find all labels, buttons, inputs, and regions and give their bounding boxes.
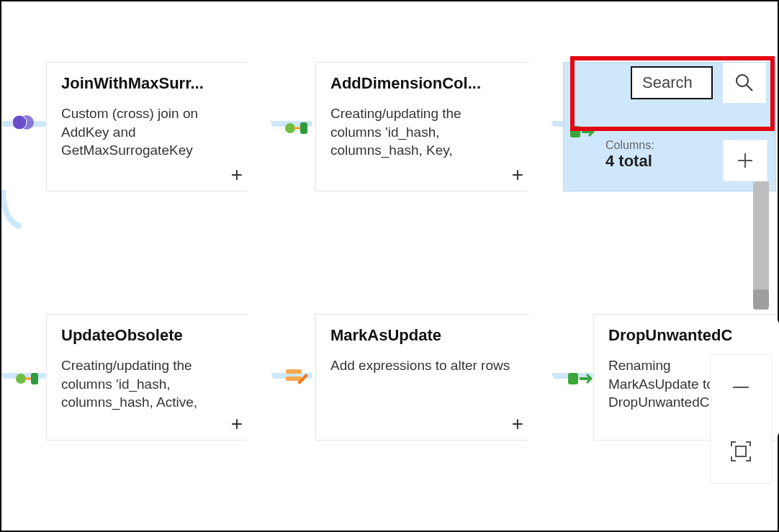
search-icon: [734, 72, 755, 94]
add-transformation-button[interactable]: +: [512, 412, 523, 436]
zoom-out-button[interactable]: [711, 355, 771, 419]
flow-node-update-obsolete[interactable]: UpdateObsolete Creating/updating the col…: [46, 314, 248, 441]
alter-row-icon: [279, 360, 314, 395]
dataflow-canvas[interactable]: JoinWithMaxSurr... Custom (cross) join o…: [0, 0, 779, 532]
add-transformation-button[interactable]: +: [512, 163, 523, 186]
search-placeholder: Search: [642, 73, 693, 91]
search-input[interactable]: Search: [631, 66, 713, 99]
join-icon: [6, 105, 40, 140]
svg-rect-13: [286, 377, 302, 381]
scroll-thumb-knob[interactable]: [753, 289, 769, 310]
flow-node-join[interactable]: JoinWithMaxSurr... Custom (cross) join o…: [46, 62, 248, 191]
derive-column-icon: [10, 361, 45, 396]
node-desc: Creating/updating the columns 'id_hash, …: [330, 104, 513, 160]
minus-icon: [729, 375, 753, 400]
node-title: DropUnwantedC: [608, 326, 761, 345]
columns-label: Columns:: [605, 139, 654, 152]
svg-rect-12: [286, 369, 302, 374]
columns-count: 4 total: [605, 152, 654, 171]
select-icon: [563, 361, 598, 396]
flow-node-mark-as-update[interactable]: MarkAsUpdate Add expressions to alter ro…: [315, 314, 528, 441]
svg-point-3: [285, 123, 295, 133]
scroll-thumb[interactable]: [753, 181, 769, 297]
derive-column-icon: [279, 111, 314, 145]
node-desc: Custom (cross) join on AddKey and GetMax…: [61, 104, 233, 160]
svg-point-10: [16, 374, 26, 384]
connector-curve: [1, 190, 30, 236]
svg-rect-16: [736, 446, 746, 456]
svg-rect-11: [31, 373, 38, 384]
node-title: JoinWithMaxSurr...: [61, 74, 233, 93]
add-transformation-button[interactable]: +: [231, 412, 243, 436]
node-title: AddDimensionCol...: [330, 74, 513, 93]
plus-icon: [735, 150, 755, 171]
node-title: MarkAsUpdate: [330, 326, 513, 345]
fit-screen-icon: [729, 439, 753, 464]
node-title: UpdateObsolete: [61, 326, 233, 345]
search-button[interactable]: [723, 63, 766, 103]
node-desc: Add expressions to alter rows: [330, 356, 513, 375]
svg-point-6: [737, 75, 748, 86]
svg-rect-4: [300, 122, 307, 134]
node-desc: Creating/updating the columns 'id_hash, …: [61, 356, 233, 412]
svg-rect-14: [568, 373, 578, 384]
zoom-controls: [710, 354, 772, 484]
svg-line-7: [747, 85, 752, 91]
add-transformation-button[interactable]: +: [231, 163, 243, 186]
flow-node-add-dimension[interactable]: AddDimensionCol... Creating/updating the…: [315, 62, 528, 191]
search-highlight: Search: [570, 56, 775, 131]
fit-to-screen-button[interactable]: [711, 419, 771, 483]
add-column-button[interactable]: [723, 140, 767, 181]
